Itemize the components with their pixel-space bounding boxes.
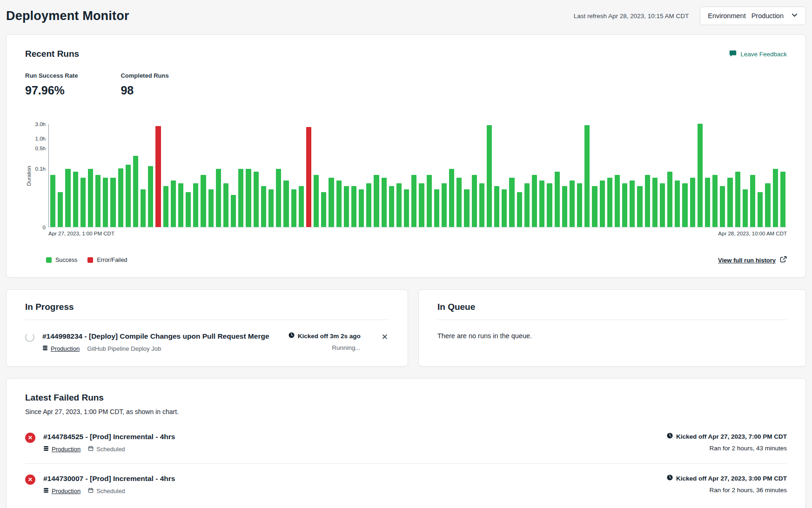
- chart-bar-success[interactable]: [690, 178, 695, 227]
- chart-bar-success[interactable]: [743, 189, 748, 227]
- chart-bar-success[interactable]: [667, 172, 672, 227]
- chart-bar-success[interactable]: [404, 189, 409, 227]
- chart-bar-success[interactable]: [81, 178, 86, 227]
- chart-bar-failed[interactable]: [306, 127, 311, 227]
- chart-bar-success[interactable]: [758, 192, 763, 227]
- chart-bar-success[interactable]: [577, 183, 582, 227]
- chart-bar-success[interactable]: [186, 192, 191, 227]
- chart-bar-success[interactable]: [622, 183, 627, 227]
- chart-bar-success[interactable]: [171, 180, 176, 227]
- chart-bar-success[interactable]: [456, 178, 462, 227]
- chart-bar-success[interactable]: [509, 178, 514, 227]
- chart-bar-success[interactable]: [539, 180, 544, 227]
- chart-bar-success[interactable]: [141, 189, 146, 227]
- chart-bar-success[interactable]: [773, 169, 778, 227]
- chart-bar-success[interactable]: [118, 168, 123, 227]
- chart-bar-success[interactable]: [600, 180, 605, 227]
- chart-bar-success[interactable]: [592, 186, 597, 227]
- chart-bar-success[interactable]: [765, 183, 770, 227]
- chart-bar-success[interactable]: [780, 172, 785, 227]
- chart-bar-success[interactable]: [254, 172, 259, 227]
- chart-bar-success[interactable]: [712, 175, 718, 227]
- chart-bar-success[interactable]: [396, 183, 402, 227]
- chart-bar-success[interactable]: [291, 189, 296, 227]
- chart-bar-success[interactable]: [502, 189, 507, 227]
- environment-link[interactable]: Production: [43, 446, 81, 453]
- chart-bar-success[interactable]: [645, 175, 650, 227]
- chart-bar-success[interactable]: [411, 175, 416, 227]
- chart-bar-success[interactable]: [442, 183, 447, 227]
- view-full-run-history-link[interactable]: View full run history: [718, 256, 787, 264]
- chart-bar-success[interactable]: [472, 175, 477, 227]
- chart-bar-success[interactable]: [555, 172, 560, 227]
- chart-bar-success[interactable]: [103, 178, 108, 227]
- chart-bar-success[interactable]: [193, 183, 198, 227]
- chart-bar-success[interactable]: [524, 183, 530, 227]
- chart-bar-success[interactable]: [727, 178, 732, 227]
- chart-bar-success[interactable]: [675, 180, 680, 227]
- chart-bar-success[interactable]: [351, 186, 356, 227]
- chart-bar-success[interactable]: [336, 180, 342, 227]
- chart-bar-success[interactable]: [427, 175, 432, 227]
- chart-bar-success[interactable]: [532, 175, 537, 227]
- chart-bar-success[interactable]: [208, 189, 214, 227]
- chart-bar-success[interactable]: [698, 124, 703, 227]
- chart-bar-success[interactable]: [88, 169, 93, 227]
- chart-bar-success[interactable]: [58, 192, 63, 227]
- chart-bar-success[interactable]: [720, 186, 725, 227]
- chart-bar-success[interactable]: [73, 172, 78, 227]
- chart-bar-success[interactable]: [374, 175, 379, 227]
- chart-bar-failed[interactable]: [155, 126, 161, 227]
- chart-bar-success[interactable]: [126, 165, 131, 227]
- chart-bar-success[interactable]: [216, 169, 221, 227]
- chart-bar-success[interactable]: [238, 169, 243, 227]
- leave-feedback-link[interactable]: Leave Feedback: [729, 50, 787, 59]
- chart-bar-success[interactable]: [607, 178, 612, 227]
- chart-bar-success[interactable]: [517, 192, 522, 227]
- chart-bar-success[interactable]: [246, 169, 251, 227]
- chart-bar-success[interactable]: [615, 175, 620, 227]
- environment-link[interactable]: Production: [43, 488, 81, 495]
- chart-bar-success[interactable]: [50, 175, 55, 227]
- chart-bar-success[interactable]: [223, 183, 228, 227]
- chart-bar-success[interactable]: [637, 186, 642, 227]
- chart-bar-success[interactable]: [314, 175, 319, 227]
- chart-bar-success[interactable]: [268, 189, 274, 227]
- chart-bar-success[interactable]: [389, 186, 394, 227]
- chart-bar-success[interactable]: [133, 156, 138, 227]
- chart-bar-success[interactable]: [735, 172, 740, 227]
- chart-bar-success[interactable]: [178, 183, 183, 227]
- environment-dropdown[interactable]: Environment Production: [700, 7, 806, 25]
- chart-bar-success[interactable]: [449, 169, 454, 227]
- chart-bar-success[interactable]: [359, 189, 364, 227]
- chart-bar-success[interactable]: [494, 186, 499, 227]
- chart-bar-success[interactable]: [705, 178, 710, 227]
- chart-bar-success[interactable]: [366, 183, 371, 227]
- chart-bar-success[interactable]: [479, 183, 484, 227]
- chart-bar-success[interactable]: [329, 178, 334, 227]
- chart-bar-success[interactable]: [276, 169, 281, 227]
- chart-bar-success[interactable]: [344, 186, 349, 227]
- chart-bar-success[interactable]: [682, 183, 687, 227]
- chart-bar-success[interactable]: [464, 189, 469, 227]
- chart-bar-success[interactable]: [261, 186, 266, 227]
- chart-bar-success[interactable]: [584, 125, 590, 227]
- chart-bar-success[interactable]: [95, 175, 101, 227]
- chart-bar-success[interactable]: [110, 178, 115, 227]
- chart-bar-success[interactable]: [652, 178, 658, 227]
- chart-bar-success[interactable]: [382, 178, 387, 227]
- chart-bar-success[interactable]: [547, 183, 552, 227]
- chart-bar-success[interactable]: [65, 169, 70, 227]
- chart-bar-success[interactable]: [163, 186, 168, 227]
- chart-bar-success[interactable]: [283, 180, 289, 227]
- chart-bar-success[interactable]: [434, 189, 439, 227]
- chart-bar-success[interactable]: [419, 183, 424, 227]
- chart-bar-success[interactable]: [487, 125, 492, 227]
- chart-bar-success[interactable]: [148, 166, 153, 227]
- chart-bar-success[interactable]: [231, 195, 236, 227]
- chart-bar-success[interactable]: [570, 180, 575, 227]
- environment-link[interactable]: Production: [42, 345, 80, 352]
- close-icon[interactable]: ✕: [381, 332, 389, 342]
- chart-bar-success[interactable]: [750, 175, 755, 227]
- chart-bar-success[interactable]: [562, 186, 567, 227]
